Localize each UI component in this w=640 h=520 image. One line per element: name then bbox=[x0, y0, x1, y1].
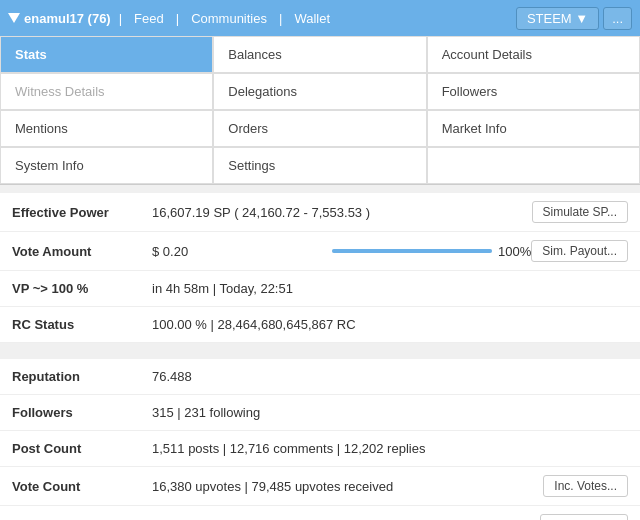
menu-witness-details: Witness Details bbox=[0, 73, 213, 110]
steem-button[interactable]: STEEM ▼ bbox=[516, 7, 599, 30]
menu-mentions[interactable]: Mentions bbox=[0, 110, 213, 147]
vote-amount-label: Vote Amount bbox=[12, 244, 152, 259]
section-divider bbox=[0, 343, 640, 351]
stat-row-vp: VP ~> 100 % in 4h 58m | Today, 22:51 bbox=[0, 271, 640, 307]
out-votes-button[interactable]: Out. Votes... bbox=[540, 514, 628, 520]
followers-label: Followers bbox=[12, 405, 152, 420]
sim-payout-button[interactable]: Sim. Payout... bbox=[531, 240, 628, 262]
menu-market-info[interactable]: Market Info bbox=[427, 110, 640, 147]
effective-power-actions: Simulate SP... bbox=[532, 201, 628, 223]
stat-row-rc-status: RC Status 100.00 % | 28,464,680,645,867 … bbox=[0, 307, 640, 343]
stat-row-vote-count: Vote Count 16,380 upvotes | 79,485 upvot… bbox=[0, 467, 640, 506]
menu-stats[interactable]: Stats bbox=[0, 36, 213, 73]
effective-power-value: 16,607.19 SP ( 24,160.72 - 7,553.53 ) bbox=[152, 205, 532, 220]
vote-count-label: Vote Count bbox=[12, 479, 152, 494]
topbar-right: STEEM ▼ ... bbox=[516, 7, 632, 30]
post-count-label: Post Count bbox=[12, 441, 152, 456]
username-label[interactable]: enamul17 (76) bbox=[24, 11, 111, 26]
stat-row-vote-amount: Vote Amount $ 0.20 100% Sim. Payout... bbox=[0, 232, 640, 271]
vote-pct-label: 100% bbox=[498, 244, 531, 259]
vote-amount-actions: Sim. Payout... bbox=[531, 240, 628, 262]
followers-value: 315 | 231 following bbox=[152, 405, 628, 420]
reputation-label: Reputation bbox=[12, 369, 152, 384]
stat-row-effective-power: Effective Power 16,607.19 SP ( 24,160.72… bbox=[0, 193, 640, 232]
vp-label: VP ~> 100 % bbox=[12, 281, 152, 296]
vote-slider-fill bbox=[332, 249, 492, 253]
rc-status-label: RC Status bbox=[12, 317, 152, 332]
stat-row-reputation: Reputation 76.488 bbox=[0, 359, 640, 395]
post-count-value: 1,511 posts | 12,716 comments | 12,202 r… bbox=[152, 441, 628, 456]
menu-settings[interactable]: Settings bbox=[213, 147, 426, 184]
nav-wallet[interactable]: Wallet bbox=[290, 11, 334, 26]
separator-2: | bbox=[176, 11, 179, 26]
separator-1: | bbox=[119, 11, 122, 26]
vote-count-value: 16,380 upvotes | 79,485 upvotes received bbox=[152, 479, 543, 494]
menu-balances[interactable]: Balances bbox=[213, 36, 426, 73]
voting-csi-actions: Out. Votes... bbox=[540, 514, 628, 520]
menu-grid: Stats Balances Account Details Witness D… bbox=[0, 36, 640, 185]
simulate-sp-button[interactable]: Simulate SP... bbox=[532, 201, 628, 223]
user-logo: enamul17 (76) bbox=[8, 11, 111, 26]
inc-votes-button[interactable]: Inc. Votes... bbox=[543, 475, 628, 497]
vote-slider-track[interactable] bbox=[332, 249, 492, 253]
reputation-value: 76.488 bbox=[152, 369, 628, 384]
topbar: enamul17 (76) | Feed | Communities | Wal… bbox=[0, 0, 640, 36]
vote-count-actions: Inc. Votes... bbox=[543, 475, 628, 497]
menu-orders[interactable]: Orders bbox=[213, 110, 426, 147]
separator-3: | bbox=[279, 11, 282, 26]
nav-communities[interactable]: Communities bbox=[187, 11, 271, 26]
menu-followers[interactable]: Followers bbox=[427, 73, 640, 110]
menu-empty bbox=[427, 147, 640, 184]
effective-power-label: Effective Power bbox=[12, 205, 152, 220]
more-button[interactable]: ... bbox=[603, 7, 632, 30]
vote-amount-value: $ 0.20 bbox=[152, 244, 326, 259]
nav-feed[interactable]: Feed bbox=[130, 11, 168, 26]
stats-section-2: Reputation 76.488 Followers 315 | 231 fo… bbox=[0, 359, 640, 520]
vp-value: in 4h 58m | Today, 22:51 bbox=[152, 281, 628, 296]
menu-delegations[interactable]: Delegations bbox=[213, 73, 426, 110]
stat-row-followers: Followers 315 | 231 following bbox=[0, 395, 640, 431]
stats-section-1: Effective Power 16,607.19 SP ( 24,160.72… bbox=[0, 193, 640, 343]
rc-status-value: 100.00 % | 28,464,680,645,867 RC bbox=[152, 317, 628, 332]
stat-row-post-count: Post Count 1,511 posts | 12,716 comments… bbox=[0, 431, 640, 467]
vote-slider-container: $ 0.20 100% bbox=[152, 244, 531, 259]
menu-system-info[interactable]: System Info bbox=[0, 147, 213, 184]
dropdown-icon bbox=[8, 13, 20, 23]
menu-account-details[interactable]: Account Details bbox=[427, 36, 640, 73]
stat-row-voting-csi: Voting CSI 13.3 ( 0.00 % self, 94 upvote… bbox=[0, 506, 640, 520]
